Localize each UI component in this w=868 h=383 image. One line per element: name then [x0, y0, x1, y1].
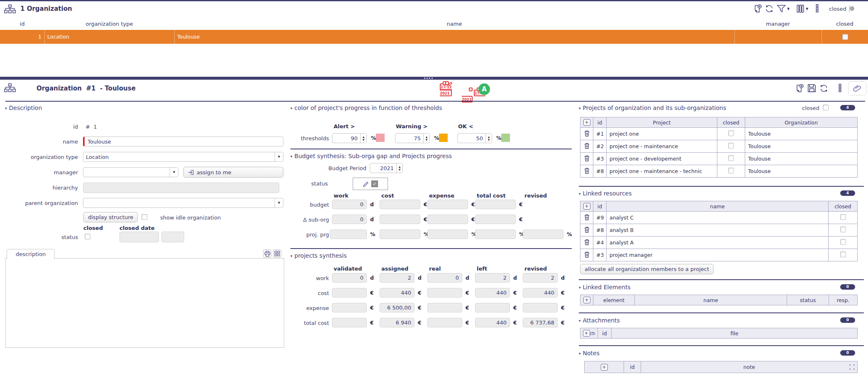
- budget-expense: [427, 200, 468, 209]
- section-title-budget[interactable]: ▾Budget synthesis: Sub-orga gap and Proj…: [290, 153, 452, 159]
- closed-filter-toggle[interactable]: [849, 5, 850, 12]
- print-icon[interactable]: [263, 249, 271, 258]
- add-note-button[interactable]: +: [601, 364, 608, 371]
- project-row[interactable]: #3project one - developement Toulouse: [580, 153, 858, 165]
- organization-row[interactable]: 1 Location Toulouse: [0, 30, 868, 44]
- resource-closed-checkbox[interactable]: [840, 251, 846, 257]
- description-tab[interactable]: description: [7, 249, 55, 259]
- synth-cell: 0: [332, 273, 367, 283]
- show-idle-checkbox[interactable]: [141, 214, 147, 220]
- section-title-synthesis[interactable]: ▾projects synthesis: [290, 252, 347, 259]
- trash-icon[interactable]: [584, 239, 590, 245]
- section-divider: [579, 186, 864, 187]
- trash-icon[interactable]: [584, 168, 590, 174]
- row-type: Location: [44, 30, 174, 44]
- project-closed-checkbox[interactable]: [728, 130, 734, 136]
- ok-threshold-input[interactable]: ▲▼: [457, 133, 492, 143]
- spinner-icon[interactable]: ▲▼: [396, 163, 402, 173]
- synth-col-assigned: assigned: [381, 266, 408, 272]
- project-row[interactable]: #2project one - maintenance Toulouse: [580, 140, 858, 153]
- suborg-work: 0: [332, 215, 367, 224]
- refresh-icon[interactable]: [765, 4, 774, 13]
- col-header-id[interactable]: id: [0, 21, 44, 27]
- assign-to-me-button[interactable]: assign to me: [183, 167, 283, 178]
- validated-check-icon[interactable]: ✓: [371, 181, 378, 187]
- resource-row[interactable]: #4analyst A: [580, 237, 858, 249]
- columns-icon[interactable]: ▼: [797, 5, 808, 13]
- projects-closed-checkbox[interactable]: [823, 105, 829, 110]
- suborg-total-cost: [475, 215, 516, 224]
- project-row[interactable]: #8project one - maintenance - technic To…: [580, 165, 858, 178]
- project-closed-checkbox[interactable]: [728, 143, 734, 149]
- project-closed-checkbox[interactable]: [728, 168, 734, 173]
- add-attachment-button[interactable]: +: [583, 330, 590, 337]
- section-title-attachments[interactable]: ▾Attachments: [579, 317, 620, 324]
- suborg-row-label: Δ sub-org: [290, 217, 329, 223]
- description-textarea[interactable]: [5, 258, 284, 348]
- section-title-notes[interactable]: ▾Notes: [579, 350, 600, 356]
- manager-select[interactable]: ▼: [83, 167, 178, 177]
- resource-closed-checkbox[interactable]: [840, 214, 846, 220]
- resources-table: + id name closed #9analyst C #8analyst B…: [580, 201, 858, 261]
- spinner-icon[interactable]: ▲▼: [485, 134, 492, 143]
- alert-threshold-input[interactable]: ▲▼: [332, 133, 367, 143]
- panel-splitter[interactable]: [0, 77, 868, 80]
- resource-row[interactable]: #8analyst B: [580, 224, 858, 237]
- trash-icon[interactable]: [584, 251, 590, 258]
- trash-icon[interactable]: [584, 143, 590, 149]
- filter-icon[interactable]: ▼: [777, 5, 790, 13]
- synth-col-left: left: [477, 266, 487, 272]
- col-header-type[interactable]: organization type: [44, 21, 174, 27]
- resource-row[interactable]: #3project manager: [580, 249, 858, 261]
- section-title-thresholds[interactable]: ▾color of project's progress in function…: [290, 105, 442, 111]
- warning-threshold-input[interactable]: ▲▼: [395, 133, 430, 143]
- spinner-icon[interactable]: ▲▼: [360, 134, 366, 143]
- hierarchy-field: [83, 183, 279, 193]
- closed-checkbox[interactable]: [85, 234, 90, 239]
- name-input[interactable]: [83, 137, 283, 146]
- trash-icon[interactable]: [584, 214, 590, 220]
- parent-organization-select[interactable]: ▼: [83, 198, 283, 208]
- row-manager: [734, 30, 822, 44]
- display-structure-button[interactable]: display structure: [83, 212, 138, 222]
- add-project-button[interactable]: +: [583, 119, 590, 126]
- trash-icon[interactable]: [584, 130, 590, 137]
- add-element-button[interactable]: +: [583, 297, 590, 303]
- resource-row[interactable]: #9analyst C: [580, 212, 858, 224]
- description-section: ▾Description id # 1 name organization ty…: [3, 80, 286, 383]
- organization-type-value[interactable]: [83, 152, 275, 161]
- section-title-projects[interactable]: ▾Projects of organization and its sub-or…: [579, 105, 726, 111]
- resource-closed-checkbox[interactable]: [840, 227, 846, 232]
- spellcheck-grid-icon[interactable]: [273, 249, 281, 258]
- add-resource-button[interactable]: +: [583, 203, 590, 210]
- hierarchy-label: hierarchy: [3, 185, 78, 191]
- row-closed-checkbox[interactable]: [842, 34, 848, 40]
- synth-col-validated: validated: [334, 266, 362, 272]
- project-row[interactable]: #1project one Toulouse: [580, 128, 858, 140]
- section-title-description[interactable]: ▾Description: [5, 105, 42, 111]
- budget-period-input[interactable]: ▲▼: [370, 163, 403, 173]
- trash-icon[interactable]: [584, 227, 590, 233]
- allocate-members-button[interactable]: allocate all organization members to a p…: [580, 264, 714, 274]
- parent-organization-value[interactable]: [83, 198, 275, 207]
- manager-value[interactable]: [83, 168, 170, 177]
- resource-closed-checkbox[interactable]: [840, 239, 846, 245]
- trash-icon[interactable]: [584, 155, 590, 161]
- pencil-icon[interactable]: [363, 181, 369, 187]
- col-header-closed[interactable]: closed: [822, 21, 868, 27]
- section-title-resources[interactable]: ▾Linked resources: [579, 190, 632, 197]
- projprg-revised: [523, 229, 563, 239]
- section-title-elements[interactable]: ▾Linked Elements: [579, 284, 631, 290]
- new-record-icon[interactable]: [753, 4, 762, 13]
- closed-date-header: closed date: [119, 225, 155, 231]
- organization-type-select[interactable]: ▼: [83, 152, 283, 162]
- elements-count-badge: 0: [840, 284, 855, 290]
- col-header-manager[interactable]: manager: [734, 21, 822, 27]
- menu-kebab-icon[interactable]: [816, 4, 819, 12]
- project-closed-checkbox[interactable]: [728, 155, 734, 161]
- row-closed-cell: [822, 30, 868, 44]
- col-header-name[interactable]: name: [174, 21, 734, 27]
- spinner-icon[interactable]: ▲▼: [423, 134, 429, 143]
- organization-list-panel: 1 Organization ▼ ▼ closed id organizatio…: [0, 1, 868, 77]
- expand-icon[interactable]: [849, 364, 855, 370]
